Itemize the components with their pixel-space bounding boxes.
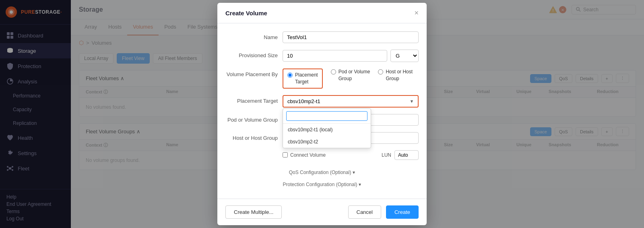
connect-volume-control: Connect Volume LUN — [283, 150, 419, 160]
connect-volume-checkbox-label[interactable]: Connect Volume — [283, 152, 326, 158]
name-label: Name — [225, 31, 278, 40]
chevron-down-icon: ▾ — [353, 170, 355, 175]
pod-volume-group-field-label: Pod or Volume Group — [225, 114, 278, 123]
chevron-down-icon: ▾ — [359, 182, 361, 187]
modal-title: Create Volume — [225, 10, 267, 17]
pod-volume-group-radio[interactable] — [331, 69, 336, 75]
name-control — [283, 31, 419, 43]
lun-input[interactable] — [394, 150, 419, 160]
placement-target-label: PlacementTarget — [295, 72, 318, 85]
size-input[interactable] — [283, 50, 387, 62]
connect-volume-checkbox[interactable] — [283, 152, 288, 158]
provisioned-size-control: K M G T P — [283, 50, 419, 62]
dropdown-search-input[interactable] — [286, 111, 367, 121]
placement-target-field-label: Placement Target — [225, 95, 278, 104]
host-host-group-field-label: Host or Host Group — [225, 132, 278, 141]
dropdown-item-0[interactable]: cbsv10mp2-t1 (local) — [283, 124, 371, 136]
dropdown-item-1[interactable]: cbsv10mp2-t2 — [283, 136, 371, 148]
placement-target-wrapper: cbsv10mp2-t1 cbsv10mp2-t2 ▼ — [283, 95, 419, 108]
provisioned-size-row: Provisioned Size K M G T P — [225, 50, 419, 62]
host-host-group-label: Host or HostGroup — [386, 68, 413, 82]
create-volume-modal: Create Volume × Name Provisioned Size — [217, 3, 427, 225]
connect-volume-spacer — [225, 150, 278, 153]
host-host-group-radio[interactable] — [378, 69, 383, 75]
create-multiple-button[interactable]: Create Multiple... — [225, 205, 282, 219]
modal-header: Create Volume × — [217, 3, 427, 23]
placement-target-field-control: cbsv10mp2-t1 cbsv10mp2-t2 ▼ cbsv10mp2-t1… — [283, 95, 419, 108]
protection-optional-section[interactable]: Protection Configuration (Optional) ▾ — [225, 178, 419, 191]
name-input[interactable] — [283, 31, 419, 43]
placement-target-dropdown: cbsv10mp2-t1 (local) cbsv10mp2-t2 — [283, 108, 371, 148]
placement-target-select[interactable]: cbsv10mp2-t1 cbsv10mp2-t2 — [283, 96, 418, 107]
modal-overlay: Create Volume × Name Provisioned Size — [0, 0, 644, 228]
modal-close-button[interactable]: × — [414, 9, 419, 17]
placement-target-option[interactable]: PlacementTarget — [283, 68, 323, 89]
placement-target-row: Placement Target cbsv10mp2-t1 cbsv10mp2-… — [225, 95, 419, 108]
volume-placement-control: PlacementTarget Pod or VolumeGroup Host … — [283, 68, 419, 89]
modal-body: Name Provisioned Size K M G — [217, 23, 427, 199]
modal-footer: Create Multiple... Cancel Create — [217, 199, 427, 225]
placement-target-radio[interactable] — [287, 73, 293, 78]
dropdown-search-container — [283, 109, 371, 124]
connect-volume-row: Connect Volume LUN — [225, 150, 419, 160]
provisioned-size-label: Provisioned Size — [225, 50, 278, 58]
host-host-group-option[interactable]: Host or HostGroup — [378, 68, 413, 89]
size-unit-select[interactable]: K M G T P — [390, 50, 419, 62]
qos-optional-section[interactable]: QoS Configuration (Optional) ▾ — [225, 166, 419, 178]
connect-volume-label: Connect Volume — [290, 152, 326, 158]
lun-label: LUN — [382, 152, 391, 158]
qos-optional-label: QoS Configuration (Optional) — [289, 170, 351, 175]
create-button[interactable]: Create — [386, 205, 419, 219]
modal-footer-right: Cancel Create — [348, 205, 419, 219]
volume-placement-row: Volume Placement By PlacementTarget Pod … — [225, 68, 419, 89]
cancel-button[interactable]: Cancel — [348, 205, 381, 219]
volume-placement-label: Volume Placement By — [225, 68, 278, 77]
lun-group: LUN — [382, 150, 419, 160]
protection-optional-label: Protection Configuration (Optional) — [283, 182, 357, 187]
pod-volume-group-label: Pod or VolumeGroup — [339, 68, 370, 82]
name-row: Name — [225, 31, 419, 43]
pod-volume-group-option[interactable]: Pod or VolumeGroup — [331, 68, 370, 89]
